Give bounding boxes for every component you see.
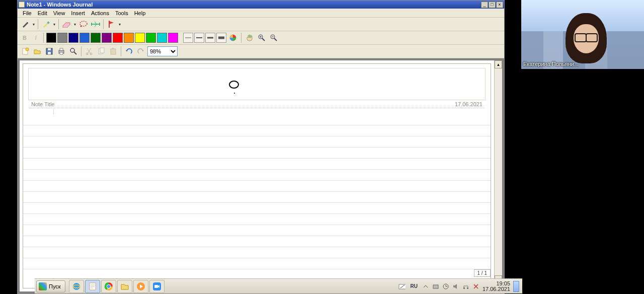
zoom-out-button[interactable]: [268, 32, 279, 43]
taskbar-chrome[interactable]: [101, 280, 116, 293]
svg-rect-29: [154, 285, 158, 288]
menu-view[interactable]: View: [50, 9, 68, 17]
svg-rect-13: [60, 52, 63, 54]
ruled-area[interactable]: [23, 114, 491, 278]
thickness-3[interactable]: [205, 33, 215, 43]
zoom-select[interactable]: 98%: [147, 46, 178, 56]
menu-help[interactable]: Help: [131, 9, 149, 17]
taskbar-explorer[interactable]: [117, 280, 132, 293]
zoom-in-icon: [258, 34, 266, 42]
color-purple[interactable]: [102, 33, 112, 43]
scroll-track[interactable]: [495, 68, 502, 275]
highlighter-dropdown[interactable]: ▾: [52, 22, 56, 27]
color-navy[interactable]: [68, 33, 78, 43]
note-page[interactable]: Note Title 17.06.2021 1 1 / 1: [23, 63, 491, 288]
color-yellow[interactable]: [135, 33, 145, 43]
undo-button[interactable]: [123, 46, 134, 57]
find-button[interactable]: [68, 46, 79, 57]
highlighter-icon: [42, 20, 50, 28]
video-call-thumbnail[interactable]: Екатерина Польяни...: [521, 0, 644, 69]
italic-button[interactable]: I: [31, 33, 41, 43]
ie-icon: [72, 282, 81, 291]
chrome-icon: [104, 282, 113, 291]
color-red[interactable]: [113, 33, 123, 43]
pen-tool[interactable]: [20, 19, 31, 30]
language-indicator[interactable]: RU: [409, 282, 419, 290]
taskbar-journal[interactable]: [85, 280, 100, 293]
maximize-button[interactable]: □: [489, 2, 496, 8]
tray-device-icon[interactable]: [432, 283, 439, 290]
windows-logo-icon: [39, 282, 47, 290]
vertical-scrollbar[interactable]: ▲ ▼ ▼: [494, 60, 502, 291]
more-colors-button[interactable]: [227, 32, 238, 43]
cut-button[interactable]: [84, 46, 95, 57]
minimize-button[interactable]: _: [481, 2, 488, 8]
open-button[interactable]: [32, 46, 43, 57]
close-button[interactable]: ×: [496, 2, 503, 8]
zoom-in-button[interactable]: [256, 32, 267, 43]
svg-point-16: [90, 53, 92, 55]
flag-tool[interactable]: [106, 19, 117, 30]
thickness-4[interactable]: [216, 33, 226, 43]
color-magenta[interactable]: [168, 33, 178, 43]
color-orange[interactable]: [124, 33, 134, 43]
print-button[interactable]: [56, 46, 67, 57]
flag-dropdown[interactable]: ▾: [118, 22, 122, 27]
print-icon: [57, 47, 65, 55]
menu-file[interactable]: File: [20, 9, 35, 17]
new-note-button[interactable]: [20, 46, 31, 57]
menu-actions[interactable]: Actions: [88, 9, 112, 17]
svg-point-1: [80, 21, 87, 26]
menu-edit[interactable]: Edit: [35, 9, 50, 17]
page-viewport[interactable]: Note Title 17.06.2021 1 1 / 1: [20, 60, 494, 291]
ink-stroke-circle: [229, 81, 239, 89]
pen-dropdown[interactable]: ▾: [32, 22, 36, 27]
tray-clock-icon[interactable]: [442, 283, 449, 290]
insert-space-tool[interactable]: [90, 19, 101, 30]
windows-taskbar: Пуск RU: [35, 278, 522, 293]
svg-rect-19: [111, 49, 116, 54]
flag-icon: [108, 20, 115, 28]
eraser-tool[interactable]: [61, 19, 72, 30]
tray-expand-icon[interactable]: [422, 283, 429, 290]
tray-safely-remove-icon[interactable]: [472, 283, 479, 290]
journal-icon: [88, 282, 97, 291]
lasso-select-tool[interactable]: [78, 19, 89, 30]
color-darkgray[interactable]: [57, 33, 67, 43]
taskbar-ie[interactable]: [69, 280, 84, 293]
copy-button[interactable]: [96, 46, 107, 57]
svg-point-7: [26, 48, 29, 51]
menu-tools[interactable]: Tools: [112, 9, 131, 17]
color-black[interactable]: [46, 33, 56, 43]
menu-insert[interactable]: Insert: [68, 9, 88, 17]
highlighter-tool[interactable]: [40, 19, 51, 30]
color-darkgreen[interactable]: [91, 33, 101, 43]
color-picker-icon: [229, 34, 237, 42]
paste-button[interactable]: [108, 46, 119, 57]
color-cyan[interactable]: [157, 33, 167, 43]
tray-network-icon[interactable]: [462, 283, 469, 290]
thickness-1[interactable]: [183, 33, 193, 43]
color-green[interactable]: [146, 33, 156, 43]
redo-button[interactable]: [135, 46, 146, 57]
save-button[interactable]: [44, 46, 55, 57]
start-button[interactable]: Пуск: [36, 280, 65, 292]
tablet-input-icon[interactable]: [398, 283, 406, 290]
taskbar-media-player[interactable]: [133, 280, 148, 293]
tray-volume-icon[interactable]: [452, 283, 459, 290]
taskbar-clock[interactable]: 19:05 17.06.2021: [482, 281, 510, 292]
pan-tool[interactable]: [244, 32, 255, 43]
eraser-dropdown[interactable]: ▾: [73, 22, 77, 27]
format-toolbar: B I: [18, 31, 504, 45]
bold-button[interactable]: B: [20, 33, 30, 43]
folder-icon: [120, 282, 129, 291]
document-area: Note Title 17.06.2021 1 1 / 1 ▲ ▼ ▼: [18, 58, 504, 293]
show-desktop-button[interactable]: [513, 281, 519, 292]
title-input-zone[interactable]: [28, 68, 486, 100]
taskbar-zoom[interactable]: [149, 280, 165, 293]
system-tray: RU 19:05 17.06.2021: [395, 279, 522, 293]
scroll-up-button[interactable]: ▲: [495, 60, 502, 68]
color-blue[interactable]: [79, 33, 90, 43]
svg-rect-34: [467, 287, 468, 289]
thickness-2[interactable]: [194, 33, 204, 43]
